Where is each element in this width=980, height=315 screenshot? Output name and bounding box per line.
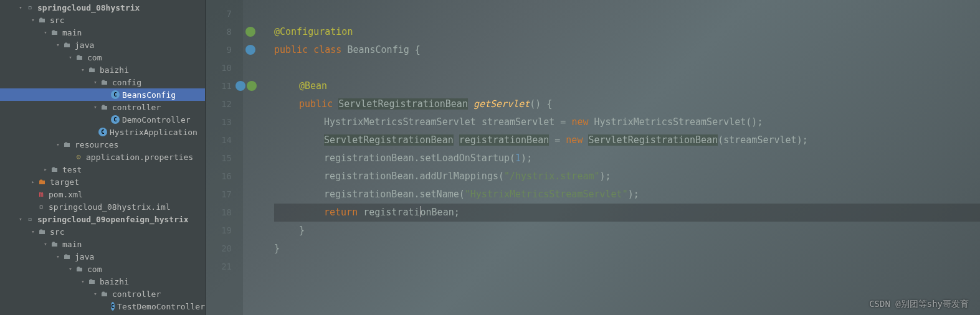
chevron-down-icon: [67, 266, 74, 272]
tree-node-file[interactable]: CTestDemoController: [0, 300, 205, 313]
code-line: registrationBean.addUrlMappings("/hystri…: [274, 167, 980, 186]
tree-node-package[interactable]: 🖿config: [0, 76, 205, 88]
package-icon: 🖿: [100, 289, 110, 299]
tree-node-module[interactable]: ▫springcloud_09openfeign_hystrix: [0, 213, 205, 225]
tree-node-folder[interactable]: 🖿src: [0, 14, 205, 26]
code-line: HystrixMetricsStreamServlet streamServle…: [274, 113, 980, 131]
chevron-down-icon: [80, 278, 86, 284]
tree-node-package[interactable]: 🖿controller: [0, 101, 205, 113]
line-number: 14: [206, 131, 243, 149]
code-line: [274, 59, 980, 77]
folder-icon: 🖿: [37, 15, 47, 25]
tree-node-package[interactable]: 🖿baizhi: [0, 63, 205, 76]
folder-icon: 🖿: [50, 164, 60, 174]
class-icon: C: [98, 128, 107, 136]
tree-node-package[interactable]: 🖿controller: [0, 288, 205, 300]
folder-icon: 🖿: [37, 227, 47, 237]
chevron-down-icon: [67, 54, 74, 60]
tree-node-file[interactable]: ▫springcloud_08hystrix.iml: [0, 200, 205, 213]
watermark-text: CSDN @别团等shy哥发育: [869, 299, 969, 310]
tree-node-folder[interactable]: 🖿target: [0, 176, 205, 188]
chevron-down-icon: [30, 228, 36, 235]
tree-node-package[interactable]: 🖿com: [0, 263, 205, 275]
class-icon: C: [111, 115, 120, 124]
tree-node-folder[interactable]: 🖿main: [0, 26, 205, 39]
package-icon: 🖿: [87, 65, 97, 75]
package-icon: 🖿: [87, 276, 97, 286]
package-icon: 🖿: [75, 264, 85, 274]
line-number: 19: [206, 222, 243, 240]
tree-node-package[interactable]: 🖿com: [0, 51, 205, 63]
folder-icon: 🖿: [62, 252, 72, 261]
iml-icon: ▫: [36, 202, 46, 212]
chevron-down-icon: [55, 253, 61, 260]
code-line: }: [274, 240, 980, 258]
tree-node-folder[interactable]: 🖿main: [0, 238, 205, 250]
class-icon: C: [111, 302, 115, 311]
code-line: [274, 258, 980, 276]
chevron-down-icon: [30, 17, 36, 23]
code-line: registrationBean.setName("HystrixMetrics…: [274, 186, 980, 204]
line-number: 12: [206, 95, 243, 113]
chevron-down-icon: [55, 141, 61, 148]
line-gutter: 7 8 9 10 11 12 13 14 15 16 17 18 19 20 2…: [206, 0, 243, 315]
line-number: 7: [206, 5, 243, 23]
tree-node-package[interactable]: 🖿baizhi: [0, 275, 205, 288]
caret-icon: [420, 206, 421, 217]
tree-node-file[interactable]: ⚙application.properties: [0, 151, 205, 163]
tree-node-folder[interactable]: 🖿java: [0, 39, 205, 51]
class-icon: C: [111, 90, 120, 99]
line-number: 10: [206, 59, 243, 77]
chevron-down-icon: [92, 291, 98, 297]
tree-node-folder[interactable]: 🖿test: [0, 163, 205, 176]
tree-node-module[interactable]: ▫springcloud_08hystrix: [0, 1, 205, 14]
tree-node-file[interactable]: mpom.xml: [0, 188, 205, 200]
chevron-down-icon: [80, 67, 86, 73]
code-line: @Configuration: [274, 23, 980, 41]
package-icon: 🖿: [100, 77, 110, 87]
folder-icon: 🖿: [62, 40, 72, 50]
tree-node-file[interactable]: CDemoController: [0, 113, 205, 126]
code-line: }: [274, 222, 980, 240]
code-line: @Bean: [274, 77, 980, 95]
code-line: registrationBean.setLoadOnStartup(1);: [274, 149, 980, 167]
code-line: [274, 5, 980, 23]
line-number: 17: [206, 186, 243, 204]
package-icon: 🖿: [75, 52, 85, 62]
tree-node-file-selected[interactable]: CBeansConfig: [0, 88, 205, 101]
chevron-right-icon: [30, 179, 36, 185]
code-line: ServletRegistrationBean registrationBean…: [274, 131, 980, 149]
code-editor[interactable]: 7 8 9 10 11 12 13 14 15 16 17 18 19 20 2…: [206, 0, 980, 315]
tree-node-file[interactable]: CHystrixApplication: [0, 126, 205, 138]
resources-icon: 🖿: [62, 139, 72, 149]
folder-icon: 🖿: [50, 239, 60, 249]
chevron-down-icon: [92, 104, 98, 110]
chevron-down-icon: [42, 241, 49, 247]
folder-icon: 🖿: [37, 177, 47, 187]
package-icon: 🖿: [100, 102, 110, 112]
chevron-right-icon: [42, 166, 49, 172]
chevron-down-icon: [92, 79, 98, 85]
maven-icon: m: [36, 189, 46, 199]
line-number: 13: [206, 113, 243, 131]
line-number: 9: [206, 41, 243, 59]
line-number: 8: [206, 23, 243, 41]
code-line: public ServletRegistrationBean getServle…: [274, 95, 980, 113]
chevron-down-icon: [42, 29, 49, 35]
properties-icon: ⚙: [74, 152, 83, 162]
tree-node-folder[interactable]: 🖿java: [0, 250, 205, 263]
chevron-down-icon: [17, 4, 24, 11]
code-area[interactable]: @Configuration public class BeansConfig …: [243, 0, 980, 315]
module-icon: ▫: [25, 2, 35, 12]
tree-node-folder[interactable]: 🖿resources: [0, 138, 205, 151]
chevron-down-icon: [17, 216, 24, 222]
folder-icon: 🖿: [50, 27, 60, 37]
module-icon: ▫: [25, 214, 35, 224]
project-tree[interactable]: ▫springcloud_08hystrix 🖿src 🖿main 🖿java …: [0, 0, 206, 315]
tree-node-folder[interactable]: 🖿src: [0, 225, 205, 238]
code-line: public class BeansConfig {: [274, 41, 980, 59]
chevron-down-icon: [55, 42, 61, 48]
line-number: 20: [206, 240, 243, 258]
line-number: 18: [206, 204, 243, 222]
line-number: 15: [206, 149, 243, 167]
